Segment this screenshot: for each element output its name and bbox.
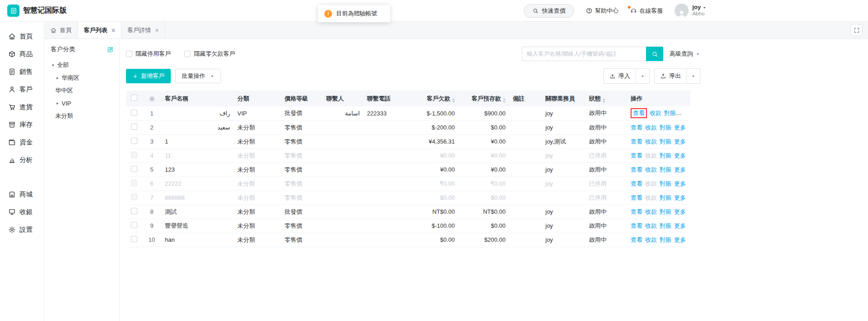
action-reconcile-link[interactable]: 對賬: [660, 166, 671, 173]
sidebar-item-customers[interactable]: 客戶: [0, 81, 44, 98]
action-collect-link[interactable]: 收款: [645, 166, 657, 173]
chevron-right-icon[interactable]: ▸: [55, 76, 60, 80]
tab-customer-detail[interactable]: 客戶詳情×: [121, 22, 165, 38]
action-view-link[interactable]: 查看: [633, 110, 645, 116]
action-reconcile-link[interactable]: 對賬: [660, 138, 671, 145]
user-menu[interactable]: joy Abho: [675, 4, 707, 18]
import-button[interactable]: 導入: [604, 69, 636, 83]
category-item-0[interactable]: ▾全部: [44, 59, 119, 72]
add-customer-button[interactable]: 新增客戶: [126, 69, 171, 83]
select-all-checkbox[interactable]: [131, 95, 137, 101]
action-more-link[interactable]: 更多: [674, 138, 686, 145]
col-header[interactable]: 客戶欠款: [413, 91, 458, 106]
row-checkbox[interactable]: [131, 236, 137, 242]
row-checkbox[interactable]: [131, 152, 137, 158]
action-reconcile-link[interactable]: 對賬: [660, 222, 671, 229]
sort-icon[interactable]: [503, 98, 506, 103]
action-collect-link[interactable]: 收款: [645, 194, 657, 201]
action-reconcile-link[interactable]: 對賬: [660, 194, 671, 201]
action-view-link[interactable]: 查看: [631, 166, 642, 173]
category-item-4[interactable]: 未分類: [44, 110, 119, 122]
action-view-link[interactable]: 查看: [631, 222, 642, 229]
import-dropdown-button[interactable]: [636, 69, 649, 83]
sidebar-item-analysis[interactable]: 分析: [0, 151, 44, 169]
category-item-2[interactable]: 华中区: [44, 84, 119, 97]
row-checkbox[interactable]: [131, 166, 137, 172]
action-view-link[interactable]: 查看: [631, 152, 642, 159]
col-header[interactable]: 客戶預存款: [458, 91, 509, 106]
tab-home[interactable]: 首頁: [44, 22, 78, 38]
action-view-link[interactable]: 查看: [631, 180, 642, 187]
fullscreen-button[interactable]: [850, 24, 863, 36]
action-reconcile-link[interactable]: 對賬: [660, 124, 671, 131]
category-item-3[interactable]: ▸VIP: [44, 97, 119, 110]
action-reconcile-link[interactable]: 對賬: [664, 110, 676, 116]
action-view-link[interactable]: 查看: [631, 194, 642, 201]
chevron-right-icon[interactable]: ▸: [55, 101, 60, 105]
action-collect-link[interactable]: 收款: [645, 152, 657, 159]
advanced-query-button[interactable]: 高級查詢: [670, 50, 700, 58]
sidebar-item-inventory[interactable]: 庫存: [0, 116, 44, 134]
search-button[interactable]: [646, 47, 663, 61]
action-more-link[interactable]: 更多: [674, 194, 686, 201]
help-center-button[interactable]: 幫助中心: [586, 7, 618, 15]
action-collect-link[interactable]: 收款: [645, 180, 657, 187]
customer-search-input[interactable]: [522, 47, 646, 61]
row-checkbox[interactable]: [131, 138, 137, 144]
action-collect-link[interactable]: 收款: [645, 208, 657, 215]
sidebar-item-funds[interactable]: 資金: [0, 134, 44, 151]
hide-zero-debt-checkbox[interactable]: 隱藏零欠款客戶: [184, 50, 235, 58]
action-collect-link[interactable]: 收款: [645, 222, 657, 229]
col-header[interactable]: 狀態: [585, 91, 627, 106]
close-icon[interactable]: ×: [155, 27, 159, 34]
row-checkbox[interactable]: [131, 208, 137, 214]
sidebar-item-mall[interactable]: 商城: [0, 186, 44, 203]
sort-icon[interactable]: [603, 98, 605, 103]
row-checkbox[interactable]: [131, 222, 137, 228]
hide-disabled-checkbox[interactable]: 隱藏停用客戶: [126, 50, 171, 58]
action-reconcile-link[interactable]: 對賬: [660, 180, 671, 187]
action-more-link[interactable]: 更多: [674, 124, 686, 131]
action-view-link[interactable]: 查看: [631, 236, 642, 243]
close-icon[interactable]: ×: [111, 27, 115, 34]
edit-categories-icon[interactable]: [107, 46, 114, 53]
row-checkbox[interactable]: [131, 124, 137, 130]
action-more-link[interactable]: 更多: [674, 152, 686, 159]
sidebar-item-cashier[interactable]: 收銀: [0, 203, 44, 221]
online-service-button[interactable]: 在線客服: [630, 7, 663, 15]
sidebar-item-home[interactable]: 首頁: [0, 28, 44, 45]
action-collect-link[interactable]: 收款: [645, 138, 657, 145]
action-more-link[interactable]: 更多: [674, 236, 686, 243]
action-more-link[interactable]: 更多: [674, 222, 686, 229]
sidebar-item-purchase[interactable]: 進貨: [0, 98, 44, 116]
checkbox-icon[interactable]: [184, 51, 191, 57]
checkbox-icon[interactable]: [126, 51, 132, 57]
sidebar-item-goods[interactable]: 商品: [0, 45, 44, 63]
action-view-link[interactable]: 查看: [631, 138, 642, 145]
column-settings-gear-icon[interactable]: [142, 91, 161, 106]
row-checkbox[interactable]: [131, 110, 137, 116]
action-view-link[interactable]: 查看: [631, 208, 642, 215]
batch-operations-button[interactable]: 批量操作: [175, 69, 221, 83]
sidebar-item-sales[interactable]: 銷售: [0, 63, 44, 81]
export-dropdown-button[interactable]: [686, 69, 700, 83]
action-more-link[interactable]: 更多: [674, 208, 686, 215]
action-collect-link[interactable]: 收款: [645, 236, 657, 243]
export-button[interactable]: 導出: [655, 69, 686, 83]
action-collect-link[interactable]: 收款: [650, 110, 661, 116]
sort-icon[interactable]: [452, 98, 455, 103]
sidebar-item-settings[interactable]: 設置: [0, 221, 44, 239]
action-collect-link[interactable]: 收款: [645, 124, 657, 131]
action-reconcile-link[interactable]: 對賬: [660, 152, 671, 159]
row-checkbox[interactable]: [131, 194, 137, 200]
chevron-down-icon[interactable]: ▾: [51, 63, 55, 67]
action-view-link[interactable]: 查看: [631, 124, 642, 131]
action-more-link[interactable]: 更多: [674, 180, 686, 187]
category-item-1[interactable]: ▸华南区: [44, 72, 119, 84]
tab-customer-list[interactable]: 客戶列表×: [78, 22, 121, 38]
quick-price-button[interactable]: 快速查價: [524, 4, 574, 18]
action-reconcile-link[interactable]: 對賬: [660, 236, 671, 243]
action-reconcile-link[interactable]: 對賬: [660, 208, 671, 215]
row-checkbox[interactable]: [131, 180, 137, 186]
action-more-link[interactable]: 更多: [674, 166, 686, 173]
